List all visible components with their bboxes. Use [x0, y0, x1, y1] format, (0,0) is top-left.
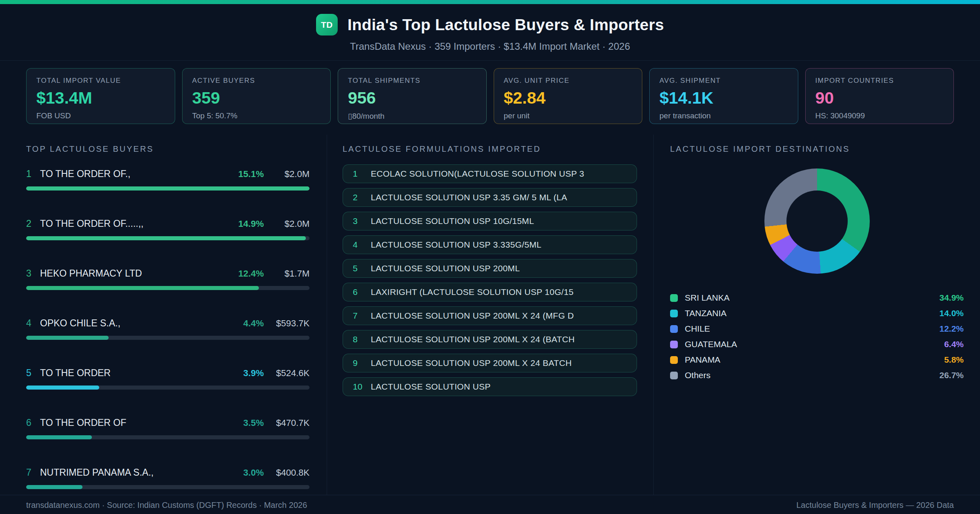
stat-subtext: HS: 30049099 — [815, 111, 944, 120]
formulation-rank: 5 — [353, 264, 371, 273]
stat-card: ACTIVE BUYERS 359 Top 5: 50.7% — [182, 68, 331, 124]
formulations-panel: LACTULOSE FORMULATIONS IMPORTED 1 ECOLAC… — [327, 135, 653, 495]
formulation-item: 3 LACTULOSE SOLUTION USP 10G/15ML — [343, 212, 637, 230]
buyer-bar-track — [26, 485, 310, 489]
formulation-name: LACTULOSE SOLUTION USP 200ML — [371, 264, 520, 273]
stat-value: 956 — [348, 89, 477, 108]
buyer-value: $524.6K — [264, 368, 310, 379]
legend-label: TANZANIA — [685, 308, 726, 318]
formulation-name: LACTULOSE SOLUTION USP 200ML X 24 (MFG D — [371, 311, 574, 321]
stat-label: IMPORT COUNTRIES — [815, 77, 944, 85]
buyer-bar-track — [26, 186, 310, 191]
stat-label: TOTAL SHIPMENTS — [348, 77, 477, 85]
buyer-value: $2.0M — [264, 219, 310, 229]
buyer-bar-fill — [26, 485, 82, 489]
legend-label: Others — [685, 370, 710, 380]
stat-subtext: ▯80/month — [348, 111, 477, 121]
formulation-name: LACTULOSE SOLUTION USP 3.335G/5ML — [371, 240, 541, 250]
formulation-item: 8 LACTULOSE SOLUTION USP 200ML X 24 (BAT… — [343, 330, 637, 349]
buyer-share: 15.1% — [238, 169, 264, 179]
buyer-value: $593.7K — [264, 318, 310, 329]
buyer-name: TO THE ORDER OF.....,, — [40, 218, 143, 229]
formulation-rank: 8 — [353, 335, 371, 344]
legend-percent: 14.0% — [939, 308, 964, 318]
stat-subtext: FOB USD — [36, 111, 165, 120]
buyer-bar-fill — [26, 336, 109, 340]
main-content: TOP LACTULOSE BUYERS 1 TO THE ORDER OF.,… — [0, 135, 980, 495]
legend-swatch — [670, 310, 678, 317]
footer-note: Lactulose Buyers & Importers — 2026 Data — [796, 501, 954, 510]
buyer-value: $470.7K — [264, 418, 310, 428]
buyers-panel: TOP LACTULOSE BUYERS 1 TO THE ORDER OF.,… — [0, 135, 327, 495]
formulation-item: 4 LACTULOSE SOLUTION USP 3.335G/5ML — [343, 235, 637, 254]
formulation-name: ECOLAC SOLUTION(LACTULOSE SOLUTION USP 3 — [371, 169, 584, 179]
stat-label: TOTAL IMPORT VALUE — [36, 77, 165, 85]
buyer-rank: 6 — [26, 417, 40, 428]
formulation-name: LACTULOSE SOLUTION USP — [371, 382, 491, 392]
legend-row: Others 26.7% — [670, 368, 964, 383]
legend-row: TANZANIA 14.0% — [670, 306, 964, 321]
donut-wrap — [670, 168, 964, 274]
stat-value: 90 — [815, 89, 944, 108]
legend-percent: 5.8% — [944, 355, 964, 365]
formulations-list: 1 ECOLAC SOLUTION(LACTULOSE SOLUTION USP… — [343, 164, 637, 396]
stat-value: $14.1K — [659, 89, 788, 108]
donut-legend: SRI LANKA 34.9% TANZANIA 14.0% CHILE 12.… — [670, 290, 964, 383]
stat-subtext: per unit — [504, 111, 633, 120]
stat-value: $13.4M — [36, 89, 165, 108]
buyer-line: 1 TO THE ORDER OF., 15.1% $2.0M — [26, 168, 310, 179]
stat-card: TOTAL SHIPMENTS 956 ▯80/month — [338, 68, 487, 124]
legend-row: GUATEMALA 6.4% — [670, 337, 964, 352]
buyer-row: 4 OPKO CHILE S.A., 4.4% $593.7K — [26, 318, 310, 340]
brand-logo: TD — [316, 14, 338, 35]
formulation-name: LACTULOSE SOLUTION USP 200ML X 24 BATCH — [371, 358, 572, 368]
header: TD India's Top Lactulose Buyers & Import… — [0, 4, 980, 61]
formulation-item: 9 LACTULOSE SOLUTION USP 200ML X 24 BATC… — [343, 354, 637, 372]
footer-source: transdatanexus.com · Source: Indian Cust… — [26, 501, 307, 510]
stat-label: ACTIVE BUYERS — [192, 77, 321, 85]
buyer-rank: 1 — [26, 168, 40, 179]
legend-swatch — [670, 356, 678, 364]
buyer-row: 6 TO THE ORDER OF 3.5% $470.7K — [26, 417, 310, 439]
buyer-row: 1 TO THE ORDER OF., 15.1% $2.0M — [26, 168, 310, 191]
buyer-line: 5 TO THE ORDER 3.9% $524.6K — [26, 368, 310, 379]
stat-label: AVG. SHIPMENT — [659, 77, 788, 85]
formulation-item: 5 LACTULOSE SOLUTION USP 200ML — [343, 259, 637, 278]
stats-row: TOTAL IMPORT VALUE $13.4M FOB USD ACTIVE… — [26, 68, 954, 124]
buyer-name: TO THE ORDER — [40, 368, 111, 379]
formulation-rank: 9 — [353, 358, 371, 368]
formulation-item: 10 LACTULOSE SOLUTION USP — [343, 377, 637, 396]
stat-subtext: per transaction — [659, 111, 788, 120]
buyer-value: $2.0M — [264, 169, 310, 179]
formulation-rank: 4 — [353, 240, 371, 250]
buyer-line: 2 TO THE ORDER OF.....,, 14.9% $2.0M — [26, 218, 310, 229]
legend-row: SRI LANKA 34.9% — [670, 290, 964, 306]
stat-card: TOTAL IMPORT VALUE $13.4M FOB USD — [26, 68, 175, 124]
buyer-bar-fill — [26, 186, 310, 191]
legend-percent: 34.9% — [939, 293, 964, 303]
buyer-name: NUTRIMED PANAMA S.A., — [40, 467, 154, 478]
buyer-line: 6 TO THE ORDER OF 3.5% $470.7K — [26, 417, 310, 428]
formulation-name: LAXIRIGHT (LACTULOSE SOLUTION USP 10G/15 — [371, 287, 574, 297]
legend-label: PANAMA — [685, 355, 720, 365]
stat-value: $2.84 — [504, 89, 633, 108]
buyer-rank: 3 — [26, 268, 40, 279]
stat-card: AVG. UNIT PRICE $2.84 per unit — [494, 68, 643, 124]
buyers-heading: TOP LACTULOSE BUYERS — [26, 144, 310, 154]
formulations-heading: LACTULOSE FORMULATIONS IMPORTED — [343, 144, 637, 154]
buyer-rank: 7 — [26, 467, 40, 478]
buyer-line: 4 OPKO CHILE S.A., 4.4% $593.7K — [26, 318, 310, 329]
buyer-line: 7 NUTRIMED PANAMA S.A., 3.0% $400.8K — [26, 467, 310, 478]
buyer-value: $400.8K — [264, 467, 310, 478]
buyer-share: 3.5% — [243, 418, 264, 428]
buyer-bar-fill — [26, 386, 99, 390]
donut-hole — [786, 191, 848, 252]
buyer-name: HEKO PHARMACY LTD — [40, 268, 142, 279]
buyer-rank: 4 — [26, 318, 40, 329]
buyer-bar-track — [26, 236, 310, 240]
buyer-rank: 2 — [26, 218, 40, 229]
legend-label: GUATEMALA — [685, 339, 737, 349]
formulation-rank: 10 — [353, 382, 371, 392]
formulation-name: LACTULOSE SOLUTION USP 10G/15ML — [371, 216, 534, 226]
buyers-list: 1 TO THE ORDER OF., 15.1% $2.0M 2 TO THE… — [26, 168, 310, 489]
